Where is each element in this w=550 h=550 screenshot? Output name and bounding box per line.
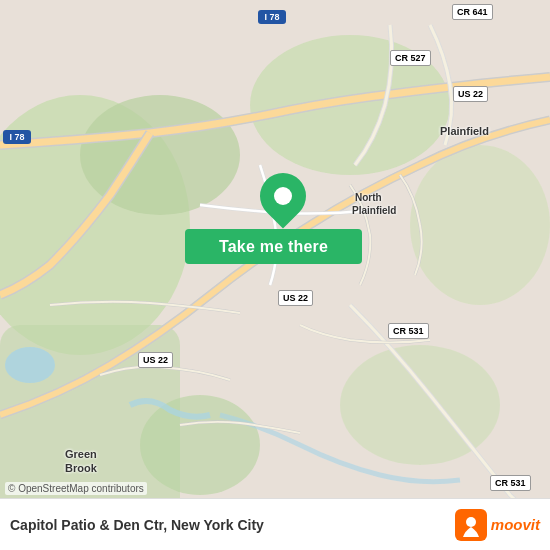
place-label-green: Green [65, 448, 97, 460]
osm-attribution: © OpenStreetMap contributors [5, 482, 147, 495]
road-badge-us22-bottom: US 22 [138, 352, 173, 368]
bottom-bar: Capitol Patio & Den Ctr, New York City m… [0, 498, 550, 550]
map-container: I 78 I 78 CR 641 CR 527 US 22 US 22 US 2… [0, 0, 550, 550]
road-badge-i78-left: I 78 [3, 130, 31, 144]
bottom-bar-title: Capitol Patio & Den Ctr, New York City [10, 517, 455, 533]
svg-point-8 [5, 347, 55, 383]
place-label-brook: Brook [65, 462, 97, 474]
svg-point-5 [410, 145, 550, 305]
road-badge-cr531-bottom: CR 531 [490, 475, 531, 491]
road-badge-cr531-top: CR 531 [388, 323, 429, 339]
moovit-icon [455, 509, 487, 541]
moovit-text: moovit [491, 516, 540, 533]
take-me-there-label: Take me there [219, 238, 328, 256]
location-pin [260, 173, 306, 219]
moovit-logo: moovit [455, 509, 540, 541]
svg-point-6 [340, 345, 500, 465]
svg-point-10 [466, 517, 476, 527]
pin-inner [274, 187, 292, 205]
road-badge-i78-top: I 78 [258, 10, 286, 24]
place-label-plainfield: Plainfield [440, 125, 489, 137]
place-label-plainfield2: Plainfield [352, 205, 396, 216]
road-badge-cr641: CR 641 [452, 4, 493, 20]
svg-point-7 [140, 395, 260, 495]
place-label-north: North [355, 192, 382, 203]
road-badge-cr527: CR 527 [390, 50, 431, 66]
road-badge-us22-top: US 22 [453, 86, 488, 102]
pin-outer [250, 163, 315, 228]
take-me-there-button[interactable]: Take me there [185, 229, 362, 264]
road-badge-us22-mid: US 22 [278, 290, 313, 306]
